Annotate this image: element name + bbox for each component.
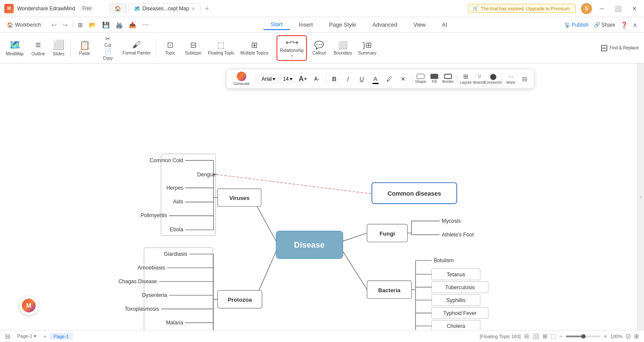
minimize-btn[interactable]: ─ (597, 5, 607, 12)
layout-label: Layout (460, 80, 471, 85)
branch-label: Branch (473, 80, 486, 85)
floating-topic-status: [Floating Topic 183] (480, 334, 520, 339)
boundary-btn[interactable]: ⬜ Boundary (331, 35, 355, 61)
maximize-btn[interactable]: ⬜ (612, 5, 624, 12)
outline-view-btn[interactable]: ≡ Outline (28, 38, 49, 58)
redo-btn[interactable]: ↪ (61, 20, 70, 30)
floating-logo[interactable]: M (19, 296, 38, 315)
format-painter-icon: 🖌 (132, 40, 141, 50)
trial-banner[interactable]: 🛒 The trial has expired. Upgrade to Prem… (468, 4, 576, 13)
floating-topic-btn[interactable]: ⬚ Floating Topic (205, 35, 237, 61)
copy-btn[interactable]: 📄 Copy (97, 48, 119, 61)
new-btn[interactable]: ⊞ (76, 20, 85, 30)
zoom-out-btn[interactable]: − (559, 333, 563, 339)
page-1-label: Page-1 (54, 334, 69, 339)
zoom-thumb[interactable] (581, 334, 586, 339)
generate-btn[interactable]: Generate (230, 71, 253, 87)
fullscreen-btn[interactable]: ⊞ (634, 333, 639, 339)
bold-btn[interactable]: B (328, 73, 340, 85)
svg-text:Arnoebiasis: Arnoebiasis (138, 265, 165, 271)
user-avatar[interactable]: S (581, 3, 592, 14)
find-replace-btn[interactable]: ⊟ Find & Replace (598, 35, 641, 61)
svg-rect-40 (144, 248, 213, 330)
slides-view-btn[interactable]: ⬜ Slides (49, 38, 68, 58)
multiple-topics-icon: ⊞ (251, 40, 258, 50)
subtopic-btn[interactable]: ⊟ Subtopic (182, 35, 204, 61)
right-panel-toggle[interactable]: › (637, 64, 644, 330)
canvas[interactable]: Generate Arial ▾ 14 ▾ A+ A- B I U A 🖊 (0, 64, 637, 330)
menu-page-style[interactable]: Page Style (322, 20, 364, 30)
workbench-btn[interactable]: 🏠 Workbench (3, 21, 44, 29)
fill-label: Fill (432, 79, 437, 84)
menu-advanced[interactable]: Advanced (365, 20, 405, 30)
page-tab-arrow: ▾ (34, 333, 36, 339)
add-page-btn[interactable]: + (43, 333, 47, 340)
border-btn[interactable]: Border (442, 74, 454, 84)
highlight-btn[interactable]: 🖊 (383, 73, 395, 85)
layout-btn[interactable]: ⊞ Layout (460, 73, 472, 85)
sidebar-toggle-btn[interactable]: ⊟ (5, 333, 10, 340)
outline-icon: ≡ (36, 39, 41, 51)
zoom-track[interactable] (566, 336, 600, 337)
clear-format-btn[interactable]: ✕ (397, 73, 409, 85)
branch-btn[interactable]: ⑂ Branch (474, 73, 486, 85)
status-icon-2[interactable]: ⬜ (532, 333, 539, 339)
callout-label: Callout (313, 51, 326, 56)
paste-btn[interactable]: 📋 Paste (73, 35, 96, 61)
shape-btn[interactable]: Shape (415, 74, 427, 84)
menu-view[interactable]: View (406, 20, 433, 30)
connector-icon: ⬤ (490, 73, 497, 80)
increase-font-btn[interactable]: A+ (297, 73, 309, 85)
undo-btn[interactable]: ↩ (49, 20, 59, 30)
publish-btn[interactable]: 📡 Publish (564, 22, 589, 28)
page-tab-dropdown[interactable]: Page-1 ▾ (13, 333, 41, 340)
collapse-toolbar-btn[interactable]: ⊟ (519, 73, 531, 85)
multiple-topics-btn[interactable]: ⊞ Multiple Topics (238, 35, 271, 61)
font-color-btn[interactable]: A (370, 73, 382, 85)
add-tab-btn[interactable]: + (202, 5, 211, 12)
tab-home[interactable]: 🏠 (109, 3, 127, 13)
more-tools-btn[interactable]: ⋯ (140, 20, 150, 30)
branch-icon: ⑂ (478, 73, 481, 80)
font-value: Arial (261, 76, 272, 82)
callout-btn[interactable]: 💬 Callout (308, 35, 330, 61)
font-select[interactable]: Arial ▾ (258, 75, 278, 83)
status-icon-4[interactable]: ⬚ (551, 333, 556, 339)
font-size-select[interactable]: 14 ▾ (280, 75, 295, 83)
zoom-in-btn[interactable]: + (604, 333, 607, 339)
menu-start[interactable]: Start (263, 19, 290, 30)
collapse-btn[interactable]: ∧ (633, 21, 637, 28)
open-btn[interactable]: 📂 (87, 20, 98, 30)
ft-sep1 (255, 75, 256, 83)
page-1-tab[interactable]: Page-1 (49, 333, 73, 340)
save-btn[interactable]: 💾 (100, 20, 112, 30)
share-btn[interactable]: 🔗 Share (594, 22, 615, 28)
tab-close[interactable]: ✕ (191, 6, 195, 11)
close-btn[interactable]: ✕ (629, 5, 640, 12)
cut-btn[interactable]: ✂ Cut (97, 36, 119, 48)
decrease-font-btn[interactable]: A- (311, 73, 323, 85)
export-btn[interactable]: 📤 (127, 20, 138, 30)
floating-toolbar: Generate Arial ▾ 14 ▾ A+ A- B I U A 🖊 (226, 69, 535, 89)
more-btn[interactable]: ··· More (505, 73, 517, 85)
format-painter-btn[interactable]: 🖌 Format Painter (120, 35, 153, 61)
zoom-fill (566, 336, 583, 337)
print-btn[interactable]: 🖨️ (113, 20, 125, 30)
mindmap-view-btn[interactable]: 🗺️ MindMap (3, 38, 27, 58)
relationship-btn[interactable]: ↩↪ Relationship ▼ (276, 35, 307, 61)
menu-ai[interactable]: AI (434, 20, 455, 30)
connector-btn[interactable]: ⬤ Connector (487, 73, 499, 85)
help-btn[interactable]: ❓ (620, 21, 628, 28)
tab-diseases[interactable]: 🗺️ Diseases...cept Map ✕ (128, 3, 201, 13)
border-icon (444, 74, 452, 79)
underline-btn[interactable]: U (356, 73, 368, 85)
status-icon-3[interactable]: ⊞ (543, 333, 547, 339)
summary-btn[interactable]: }⊞ Summary (355, 35, 379, 61)
relationship-label: Relationship (280, 48, 304, 53)
status-icon-1[interactable]: ⊟ (524, 333, 529, 339)
topic-btn[interactable]: ⊡ Topic (159, 35, 181, 61)
menu-insert[interactable]: Insert (291, 20, 321, 30)
fill-btn[interactable]: Fill (428, 74, 440, 84)
fit-screen-btn[interactable]: ⊡ (626, 333, 631, 339)
italic-btn[interactable]: I (342, 73, 354, 85)
